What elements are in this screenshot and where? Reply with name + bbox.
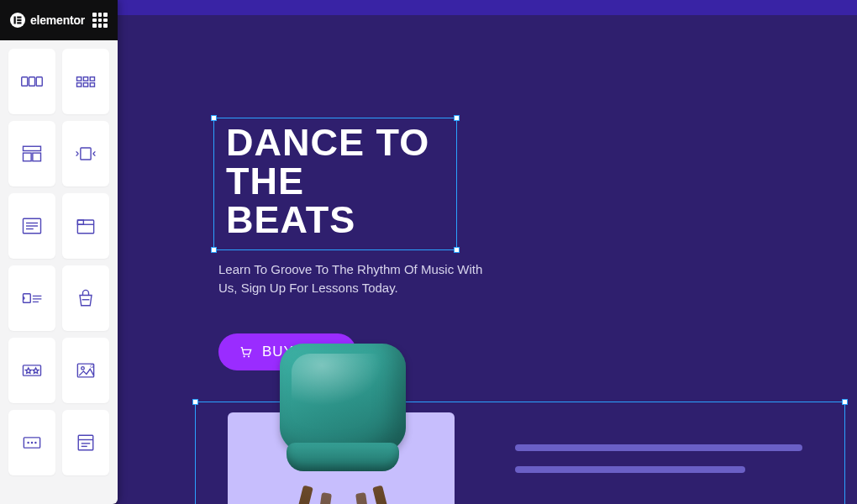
hero-section[interactable]: Dance to the Beats Learn To Groove To Th…: [218, 118, 571, 370]
canvas-top-bar: [118, 0, 857, 15]
product-section-selection[interactable]: [195, 402, 845, 504]
grid-icon: [74, 70, 97, 93]
svg-rect-13: [90, 83, 94, 87]
svg-rect-10: [90, 77, 94, 81]
svg-rect-11: [77, 83, 81, 87]
svg-point-40: [248, 355, 250, 357]
svg-rect-5: [22, 77, 28, 87]
svg-rect-16: [33, 153, 41, 161]
brand: elementor: [10, 13, 85, 28]
svg-rect-1: [14, 17, 16, 24]
svg-rect-6: [29, 77, 35, 87]
product-text-placeholder: [515, 444, 802, 488]
svg-text:G: G: [90, 364, 93, 369]
hero-headline[interactable]: Dance to the Beats: [226, 123, 444, 239]
svg-rect-35: [78, 435, 93, 450]
image-icon: G: [74, 359, 97, 382]
svg-rect-7: [36, 77, 42, 87]
headline-line2: the Beats: [226, 160, 355, 241]
svg-rect-22: [77, 220, 93, 234]
resize-handle-tl[interactable]: [192, 399, 198, 405]
svg-rect-3: [17, 19, 21, 21]
resize-handle-bl[interactable]: [211, 247, 217, 253]
elementor-panel: elementor G: [0, 0, 118, 504]
elementor-logo-icon: [10, 13, 25, 28]
resize-handle-tr[interactable]: [842, 399, 848, 405]
editor-canvas[interactable]: Dance to the Beats Learn To Groove To Th…: [118, 0, 857, 504]
placeholder-line: [515, 466, 745, 473]
svg-rect-15: [24, 153, 32, 161]
product-chair-image[interactable]: [271, 344, 414, 504]
widgets-toggle-icon[interactable]: [92, 13, 108, 28]
hero-subcopy[interactable]: Learn To Groove To The Rhythm Of Music W…: [218, 260, 504, 298]
layout-icon: [20, 142, 44, 165]
image-widget[interactable]: G: [62, 338, 109, 403]
star-icon: [20, 359, 44, 382]
svg-point-39: [244, 355, 245, 357]
svg-rect-17: [81, 148, 91, 160]
widget-list: G: [0, 40, 118, 504]
svg-rect-9: [83, 77, 87, 81]
panel-header: elementor: [0, 0, 118, 40]
icon-box-widget[interactable]: [62, 265, 109, 331]
resize-handle-tl[interactable]: [211, 115, 217, 121]
form-icon: [74, 431, 97, 454]
placeholder-line: [515, 444, 802, 451]
rating-widget[interactable]: [8, 338, 55, 403]
form-widget[interactable]: [62, 410, 109, 475]
brand-text: elementor: [30, 13, 85, 27]
svg-rect-14: [24, 146, 41, 150]
counter-icon: [20, 431, 44, 454]
svg-rect-24: [77, 220, 83, 224]
list-icon: [20, 214, 44, 238]
cart-icon: [239, 345, 252, 359]
svg-rect-12: [83, 83, 87, 87]
carousel-widget[interactable]: [62, 121, 109, 186]
carousel-icon: [74, 142, 97, 165]
resize-handle-tr[interactable]: [454, 115, 460, 121]
tabs-widget[interactable]: [62, 193, 109, 259]
svg-point-34: [34, 442, 36, 444]
svg-point-32: [27, 442, 29, 444]
tabs-icon: [74, 214, 97, 238]
svg-rect-4: [17, 22, 21, 24]
counter-widget[interactable]: [8, 410, 55, 475]
svg-rect-8: [77, 77, 81, 81]
headline-line1: Dance to: [226, 121, 429, 164]
shopping-bag-icon: [74, 286, 97, 310]
svg-rect-2: [17, 17, 21, 18]
svg-point-29: [81, 367, 85, 370]
grid-widget[interactable]: [62, 49, 109, 114]
heading-selection[interactable]: Dance to the Beats: [213, 118, 457, 250]
columns-widget[interactable]: [8, 49, 55, 114]
accordion-icon: [20, 286, 44, 310]
svg-point-33: [31, 442, 33, 444]
layout-widget[interactable]: [8, 121, 55, 186]
columns-icon: [20, 70, 44, 93]
list-widget[interactable]: [8, 193, 55, 259]
accordion-widget[interactable]: [8, 265, 55, 331]
resize-handle-br[interactable]: [454, 247, 460, 253]
